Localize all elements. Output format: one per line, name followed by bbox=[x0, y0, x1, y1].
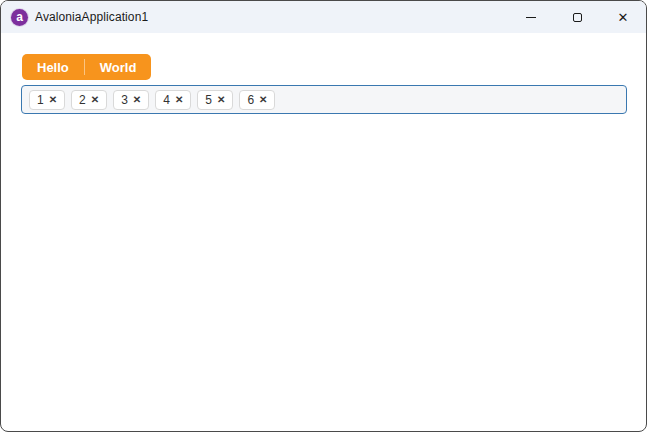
chip-4: 4 ✕ bbox=[155, 90, 191, 110]
chip-label: 1 bbox=[37, 93, 44, 107]
chip-label: 5 bbox=[205, 93, 212, 107]
close-icon: ✕ bbox=[618, 11, 629, 24]
app-window: a AvaloniaApplication1 ✕ Hello World 1 ✕ bbox=[0, 0, 647, 432]
chip-remove-icon[interactable]: ✕ bbox=[91, 95, 99, 105]
chip-3: 3 ✕ bbox=[113, 90, 149, 110]
minimize-button[interactable] bbox=[508, 1, 554, 33]
close-button[interactable]: ✕ bbox=[600, 1, 646, 33]
tab-world[interactable]: World bbox=[85, 54, 152, 80]
chip-2: 2 ✕ bbox=[71, 90, 107, 110]
titlebar[interactable]: a AvaloniaApplication1 ✕ bbox=[1, 1, 646, 33]
window-content: Hello World 1 ✕ 2 ✕ 3 ✕ 4 ✕ 5 ✕ bbox=[1, 33, 646, 114]
window-title: AvaloniaApplication1 bbox=[35, 10, 148, 24]
maximize-button[interactable] bbox=[554, 1, 600, 33]
chip-remove-icon[interactable]: ✕ bbox=[49, 95, 57, 105]
chip-1: 1 ✕ bbox=[29, 90, 65, 110]
chip-label: 2 bbox=[79, 93, 86, 107]
chip-remove-icon[interactable]: ✕ bbox=[217, 95, 225, 105]
chips-container[interactable]: 1 ✕ 2 ✕ 3 ✕ 4 ✕ 5 ✕ 6 ✕ bbox=[21, 85, 627, 114]
chip-remove-icon[interactable]: ✕ bbox=[259, 95, 267, 105]
chip-remove-icon[interactable]: ✕ bbox=[133, 95, 141, 105]
chip-5: 5 ✕ bbox=[197, 90, 233, 110]
chip-6: 6 ✕ bbox=[239, 90, 275, 110]
chip-label: 6 bbox=[247, 93, 254, 107]
chip-label: 3 bbox=[121, 93, 128, 107]
chip-remove-icon[interactable]: ✕ bbox=[175, 95, 183, 105]
tab-hello[interactable]: Hello bbox=[22, 54, 84, 80]
minimize-icon bbox=[526, 17, 536, 18]
chip-label: 4 bbox=[163, 93, 170, 107]
maximize-icon bbox=[573, 13, 582, 22]
avalonia-logo-icon: a bbox=[11, 9, 28, 26]
window-controls: ✕ bbox=[508, 1, 646, 33]
tab-strip: Hello World bbox=[22, 54, 151, 80]
